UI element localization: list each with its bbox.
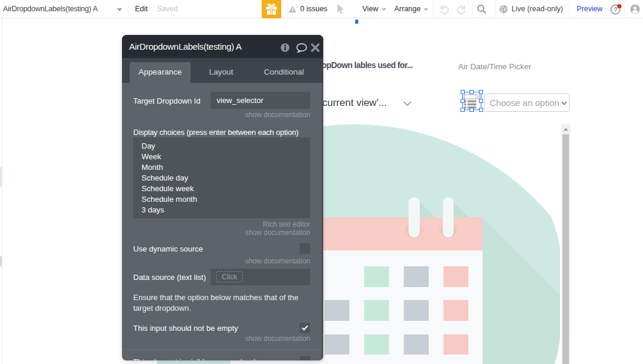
svg-text:?: ? bbox=[613, 6, 618, 13]
